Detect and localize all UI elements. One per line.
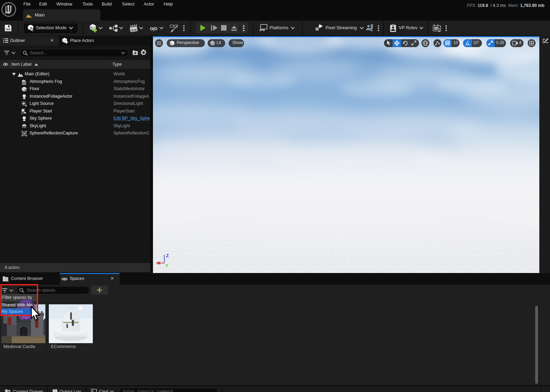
svg-text:Y: Y <box>165 263 168 268</box>
svg-text:Z: Z <box>166 253 169 258</box>
